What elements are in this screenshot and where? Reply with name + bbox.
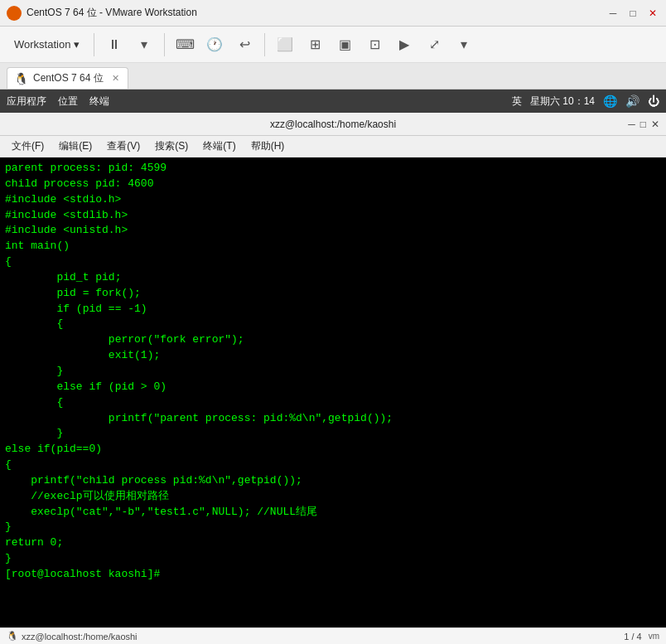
minimize-button[interactable]: ─ [606, 7, 620, 20]
status-bar: 🐧 xzz@localhost:/home/kaoshi 1 / 4 vm [0, 627, 666, 644]
dropdown-arrow: ▾ [74, 38, 80, 51]
pause-button[interactable]: ⏸ [101, 31, 128, 58]
vm-window: 应用程序 位置 终端 英 星期六 10：14 🌐 🔊 ⏻ xzz@localho… [0, 90, 666, 627]
menu-help[interactable]: 帮助(H) [244, 138, 292, 155]
toolbar-divider-1 [94, 33, 94, 56]
unity-button[interactable]: ⊞ [302, 31, 328, 58]
view-button-2[interactable]: ▣ [331, 31, 358, 58]
network-icon: 🌐 [603, 94, 617, 108]
status-right: 英 星期六 10：14 🌐 🔊 ⏻ [512, 94, 659, 109]
menu-edit[interactable]: 编辑(E) [52, 138, 99, 155]
workstation-menu-button[interactable]: Workstation ▾ [7, 34, 87, 55]
menu-terminal-menu[interactable]: 终端(T) [196, 138, 242, 155]
send-ctrl-alt-del-button[interactable]: ⌨ [171, 31, 198, 58]
inner-title-bar: xzz@localhost:/home/kaoshi ─ □ ✕ [0, 113, 666, 136]
lang-indicator: 英 [512, 94, 522, 109]
toolbar-divider-3 [264, 33, 265, 56]
window-controls: ─ □ ✕ [606, 7, 659, 20]
tab-bar: 🐧 CentOS 7 64 位 ✕ [0, 63, 666, 90]
system-bar: 应用程序 位置 终端 英 星期六 10：14 🌐 🔊 ⏻ [0, 90, 666, 113]
menu-file[interactable]: 文件(F) [5, 138, 51, 155]
status-icon-vm: 🐧 [7, 631, 18, 642]
volume-icon: 🔊 [625, 94, 639, 108]
full-screen-button[interactable]: ⬜ [272, 31, 298, 58]
terminal-title: xzz@localhost:/home/kaoshi [270, 119, 396, 130]
terminal-area[interactable]: parent process: pid: 4599 child process … [0, 157, 666, 627]
page-number: 1 / 4 [624, 632, 641, 642]
inner-close[interactable]: ✕ [651, 119, 659, 130]
toolbar-divider-2 [164, 33, 165, 56]
window-title: CentOS 7 64 位 - VMware Workstation [27, 6, 606, 20]
vmware-logo: vm [649, 632, 659, 641]
power-icon: ⏻ [648, 94, 659, 108]
toolbar: Workstation ▾ ⏸ ▾ ⌨ 🕐 ↩ ⬜ ⊞ ▣ ⊡ ▶ ⤢ ▾ [0, 27, 666, 63]
menu-bar: 文件(F) 编辑(E) 查看(V) 搜索(S) 终端(T) 帮助(H) [0, 136, 666, 157]
terminal-content: parent process: pid: 4599 child process … [5, 161, 661, 583]
inner-maximize[interactable]: □ [640, 119, 646, 130]
app-icon [7, 6, 22, 21]
snapshot-button[interactable]: 🕐 [201, 31, 228, 58]
menu-view[interactable]: 查看(V) [100, 138, 147, 155]
expand-dropdown[interactable]: ▾ [451, 31, 477, 58]
status-vm-info: 🐧 xzz@localhost:/home/kaoshi [7, 631, 138, 642]
menu-terminal[interactable]: 终端 [89, 94, 109, 109]
tab-close-button[interactable]: ✕ [112, 73, 119, 84]
tab-centos[interactable]: 🐧 CentOS 7 64 位 ✕ [7, 67, 128, 89]
datetime-display: 星期六 10：14 [530, 94, 595, 109]
workstation-label: Workstation [14, 38, 70, 51]
inner-minimize[interactable]: ─ [628, 119, 635, 130]
revert-button[interactable]: ↩ [231, 31, 258, 58]
expand-button[interactable]: ⤢ [421, 31, 447, 58]
console-button[interactable]: ▶ [391, 31, 417, 58]
view-button-3[interactable]: ⊡ [361, 31, 388, 58]
status-vm-label: xzz@localhost:/home/kaoshi [22, 632, 138, 642]
inner-controls: ─ □ ✕ [628, 119, 659, 130]
maximize-button[interactable]: □ [626, 7, 639, 20]
menu-location[interactable]: 位置 [58, 94, 78, 109]
toolbar-dropdown-1[interactable]: ▾ [131, 31, 157, 58]
title-bar: CentOS 7 64 位 - VMware Workstation ─ □ ✕ [0, 0, 666, 27]
tab-label: CentOS 7 64 位 [33, 71, 104, 85]
tab-os-icon: 🐧 [14, 72, 28, 85]
app-menus: 应用程序 位置 终端 [7, 94, 512, 109]
vmware-logo-text: vm [649, 632, 659, 641]
close-button[interactable]: ✕ [646, 7, 659, 20]
menu-apps[interactable]: 应用程序 [7, 94, 46, 109]
menu-search[interactable]: 搜索(S) [148, 138, 195, 155]
